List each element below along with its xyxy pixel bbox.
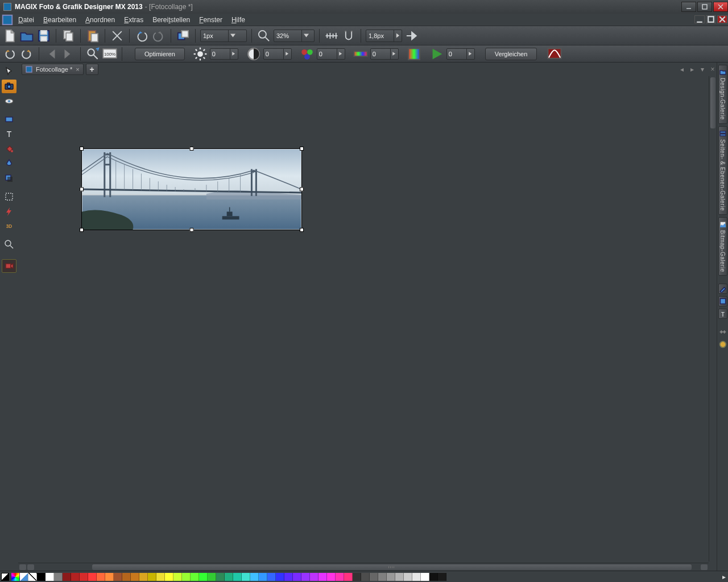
chevron-down-icon[interactable]	[228, 30, 237, 41]
undo-icon[interactable]	[134, 28, 149, 43]
line-width-input[interactable]	[201, 32, 228, 39]
color-swatch-rainbow[interactable]	[11, 573, 20, 581]
color-swatch[interactable]	[361, 573, 370, 581]
color-swatch[interactable]	[293, 573, 301, 581]
minimize-button[interactable]	[681, 2, 696, 12]
close-button[interactable]	[713, 2, 728, 12]
fill-tool[interactable]	[2, 142, 16, 156]
color-swatch[interactable]	[276, 573, 284, 581]
current-color-swatch[interactable]	[1, 573, 9, 581]
brightness-field[interactable]	[210, 48, 238, 60]
color-swatch[interactable]	[233, 573, 242, 581]
horizontal-scrollbar[interactable]	[18, 563, 709, 571]
color-swatch[interactable]	[327, 573, 336, 581]
snap-grid-icon[interactable]	[324, 28, 339, 43]
tab-next-icon[interactable]: ▸	[688, 65, 696, 73]
zoom-combo[interactable]	[274, 30, 315, 42]
color-swatch-none[interactable]	[28, 573, 37, 581]
color-swatch[interactable]	[353, 573, 361, 581]
resize-handle-br[interactable]	[300, 228, 304, 232]
tab-menu-icon[interactable]: ▾	[698, 65, 706, 73]
dock-tool-2[interactable]	[718, 296, 727, 306]
shadow-tool[interactable]	[2, 172, 16, 185]
menu-anordnen[interactable]: Anordnen	[81, 14, 119, 26]
scrollbar-thumb[interactable]	[92, 564, 692, 570]
color-swatch[interactable]	[105, 573, 114, 581]
color-swatch[interactable]	[88, 573, 97, 581]
color-swatch[interactable]	[191, 573, 199, 581]
color-swatch[interactable]	[122, 573, 131, 581]
zoom-tool-icon[interactable]	[257, 28, 271, 43]
resize-handle-tc[interactable]	[190, 147, 194, 151]
color-swatch[interactable]	[421, 573, 429, 581]
mdi-minimize-button[interactable]	[694, 15, 705, 23]
color-swatch[interactable]	[267, 573, 276, 581]
menu-bereitstellen[interactable]: Bereitstellen	[148, 14, 195, 26]
color-swatch[interactable]	[242, 573, 250, 581]
rectangle-tool[interactable]	[2, 113, 16, 126]
resize-handle-bc[interactable]	[190, 228, 194, 232]
paste-icon[interactable]	[85, 28, 100, 43]
color-swatch[interactable]	[412, 573, 421, 581]
dock-tool-1[interactable]	[718, 284, 727, 294]
palette-more-icon[interactable]: ▸	[720, 573, 728, 581]
redo-small-icon[interactable]	[19, 47, 34, 61]
color-swatch[interactable]	[165, 573, 173, 581]
resize-handle-mr[interactable]	[300, 188, 304, 192]
color-swatch[interactable]	[71, 573, 80, 581]
chevron-right-icon[interactable]	[394, 30, 402, 41]
record-tool[interactable]	[2, 259, 16, 273]
color-swatch[interactable]	[182, 573, 191, 581]
color-swatch[interactable]	[318, 573, 327, 581]
menu-app-icon[interactable]	[1, 14, 14, 26]
color-swatch[interactable]	[46, 573, 54, 581]
selected-object[interactable]	[81, 148, 302, 230]
color-swatch-edit[interactable]	[20, 573, 28, 581]
color-swatch[interactable]	[404, 573, 412, 581]
saturation-field[interactable]	[317, 48, 345, 60]
zoom-input[interactable]	[274, 32, 301, 39]
mdi-close-button[interactable]	[717, 15, 727, 23]
menu-datei[interactable]: Datei	[14, 14, 39, 26]
scrollbar-thumb[interactable]	[710, 77, 715, 128]
color-swatch[interactable]	[216, 573, 225, 581]
fx-field[interactable]	[446, 48, 475, 60]
color-swatch[interactable]	[336, 573, 344, 581]
zoom-tool[interactable]	[2, 238, 16, 251]
color-swatch[interactable]	[259, 573, 267, 581]
document-tab[interactable]: Fotocollage * ×	[22, 64, 84, 75]
color-swatch[interactable]	[387, 573, 395, 581]
color-swatch[interactable]	[225, 573, 233, 581]
color-swatch[interactable]	[156, 573, 165, 581]
color-swatch[interactable]	[310, 573, 318, 581]
mdi-restore-button[interactable]	[706, 15, 716, 23]
delete-icon[interactable]	[110, 28, 125, 43]
color-swatch[interactable]	[54, 573, 63, 581]
hue-field[interactable]	[370, 48, 399, 60]
color-swatch[interactable]	[131, 573, 139, 581]
new-file-icon[interactable]	[2, 28, 17, 43]
scroll-right-icon[interactable]	[701, 564, 708, 570]
color-swatch[interactable]	[378, 573, 387, 581]
color-swatch[interactable]	[114, 573, 122, 581]
zoom-fit-icon[interactable]	[85, 47, 100, 61]
undo-small-icon[interactable]	[2, 47, 17, 61]
resize-handle-tr[interactable]	[300, 147, 304, 151]
menu-fenster[interactable]: Fenster	[195, 14, 227, 26]
color-swatch[interactable]	[80, 573, 88, 581]
transparency-tool[interactable]	[2, 157, 16, 171]
resize-handle-bl[interactable]	[80, 228, 84, 232]
dock-tool-3[interactable]: T	[718, 309, 727, 319]
zoom-100-icon[interactable]: 100%	[102, 47, 117, 61]
dock-tool-5[interactable]	[718, 339, 727, 350]
design-gallery-tab[interactable]: Design-Galerie	[718, 65, 727, 124]
color-swatch[interactable]	[438, 573, 446, 581]
text-tool[interactable]: T	[2, 127, 16, 141]
color-swatch[interactable]	[395, 573, 404, 581]
color-swatch[interactable]	[370, 573, 378, 581]
add-tab-button[interactable]: +	[86, 64, 98, 75]
bitmap-gallery-tab[interactable]: Bitmap-Galerie	[718, 217, 727, 276]
layers-gallery-tab[interactable]: Seiten- & Ebenen-Galerie	[718, 126, 727, 215]
color-swatch[interactable]	[173, 573, 182, 581]
red-eye-tool[interactable]	[2, 94, 16, 108]
